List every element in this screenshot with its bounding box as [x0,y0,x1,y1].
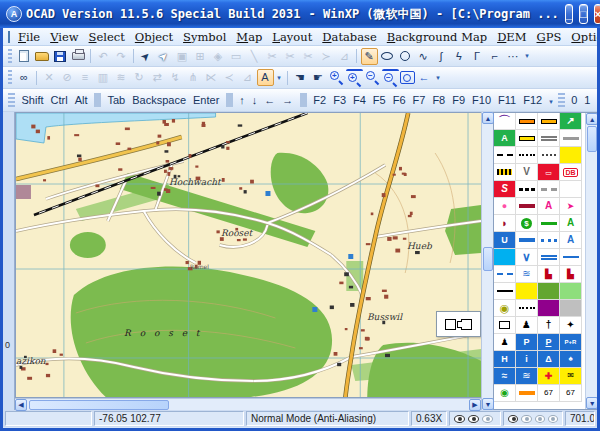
motorway-label[interactable]: A [494,130,516,147]
area-forest-dark[interactable] [538,283,560,300]
road-yellow[interactable] [516,130,538,147]
path-dashed[interactable] [494,147,516,164]
redo-icon[interactable]: ↷ [113,48,130,65]
toolbar2-overflow-a[interactable] [275,69,284,86]
boundary-dots[interactable] [516,300,538,317]
railway-crossing[interactable] [494,164,516,181]
straight-line-tool-icon[interactable]: Γ [469,48,486,65]
symbol-67-b[interactable]: 67 [560,385,582,402]
key-f12[interactable]: F12 [520,94,546,106]
line-blue-dotted[interactable] [538,232,560,249]
merge-objects-icon[interactable]: ≻ [318,48,335,65]
half-disc[interactable]: ◗ [494,215,516,232]
scroll-right-icon[interactable]: ▶ [469,399,481,411]
hatch-icon[interactable]: ▥ [95,69,112,86]
ruin-symbol-1[interactable]: ▙ [538,266,560,283]
keys-grip[interactable] [8,93,15,108]
palette-scroll-thumb[interactable] [587,126,597,152]
ruin-symbol-2[interactable]: ▙ [560,266,582,283]
corner-point-tool-icon[interactable]: ⌐ [487,48,504,65]
menu-item[interactable]: Options [566,30,597,44]
freehand-tool-icon[interactable]: ϟ [451,48,468,65]
dash-point-tool-icon[interactable]: ⋯ [505,48,522,65]
money-point[interactable]: $ [516,215,538,232]
parking[interactable]: P [538,334,560,351]
pattern-icon[interactable]: ≋ [113,69,130,86]
cut-hole-icon[interactable]: ✂ [300,48,317,65]
line-dark-red[interactable] [516,198,538,215]
straighten-icon[interactable]: ╲ [246,48,263,65]
interpolate-icon[interactable]: ⋉ [203,69,220,86]
pink-arrow[interactable]: ➤ [560,198,582,215]
ptt-office[interactable]: ✚ [538,368,560,385]
zoom-out-icon[interactable]: − [364,69,381,86]
vscroll-thumb[interactable] [483,247,493,271]
palette-scroll-up-icon[interactable]: ▲ [586,113,597,125]
key-f2[interactable]: F2 [310,94,330,106]
validate-icon[interactable]: ⊘ [59,69,76,86]
select-object-icon[interactable]: ➤ [138,48,155,65]
db-station[interactable]: DB [560,164,582,181]
zoom-previous-icon[interactable]: ← [416,69,433,86]
align-icon[interactable]: ≡ [77,69,94,86]
fill-icon[interactable]: ⊿ [239,69,256,86]
menu-item[interactable]: Symbol [178,30,231,44]
eye-icon[interactable] [548,415,558,423]
move-point-icon[interactable]: ▣ [174,48,191,65]
key-f7[interactable]: F7 [409,94,429,106]
key-enter[interactable]: Enter [190,94,223,106]
u-bahn[interactable]: U [494,232,516,249]
building-outline[interactable] [494,317,516,334]
road-double-gray[interactable] [538,130,560,147]
menu-item[interactable]: Background Map [382,30,492,44]
map-horizontal-scrollbar[interactable]: ◀ ▶ [15,398,481,410]
viewpoint-1[interactable]: ≈ [494,368,516,385]
pink-label[interactable]: A [538,198,560,215]
minimize-button[interactable]: _ [565,4,573,24]
save-icon[interactable] [52,48,69,65]
star-point[interactable]: ✦ [560,317,582,334]
menu-item[interactable]: GPS [532,30,567,44]
edit-point-icon[interactable]: ➤ [156,48,173,65]
snap-icon[interactable]: ⋔ [185,69,202,86]
cross[interactable]: † [538,317,560,334]
open-file-icon[interactable] [34,48,51,65]
curve-drawing-tool-icon[interactable]: ✎ [361,48,378,65]
key-arrow-left[interactable]: ← [261,94,279,106]
menu-item[interactable]: Database [317,30,382,44]
green-label[interactable]: A [560,215,582,232]
key-f10[interactable]: F10 [469,94,495,106]
delete-icon[interactable]: ✕ [41,69,58,86]
key-arrow-down[interactable]: ↓ [248,94,261,106]
key-f5[interactable]: F5 [369,94,389,106]
trail-dotted[interactable] [538,147,560,164]
key-f3[interactable]: F3 [330,94,350,106]
key-ctrl[interactable]: Ctrl [47,94,71,106]
park-and-ride[interactable]: P+R [560,334,582,351]
undo-icon[interactable]: ↶ [95,48,112,65]
line-blue-dashed[interactable] [494,266,516,283]
palette-scroll-down-icon[interactable]: ▼ [586,397,597,409]
hospital[interactable]: H [494,351,516,368]
rotate-object-icon[interactable]: ◈ [210,48,227,65]
monument[interactable]: ♟ [516,317,538,334]
menu-item[interactable]: Select [84,30,130,44]
reverse-line-icon[interactable]: ≺ [221,69,238,86]
pan-mode-icon[interactable]: ☛ [310,69,327,86]
menu-item[interactable]: View [45,30,83,44]
pink-dot[interactable]: ● [494,198,516,215]
contour-line[interactable] [494,283,516,300]
area-gray[interactable] [560,300,582,317]
scroll-down-icon[interactable]: ▼ [482,398,494,410]
line-blue[interactable] [560,249,582,266]
eye-icon[interactable] [535,415,545,423]
eye-icon[interactable] [508,415,518,423]
area-water[interactable] [494,249,516,266]
key-arrow-right[interactable]: → [279,94,297,106]
park-trees[interactable]: ♠ [560,351,582,368]
viewpoint-2[interactable]: ≋ [516,368,538,385]
water-mark[interactable]: ∨ [516,249,538,266]
toolbar1-grip[interactable] [8,49,12,64]
valley-mark[interactable]: V [516,164,538,181]
area-forest-light[interactable] [560,283,582,300]
